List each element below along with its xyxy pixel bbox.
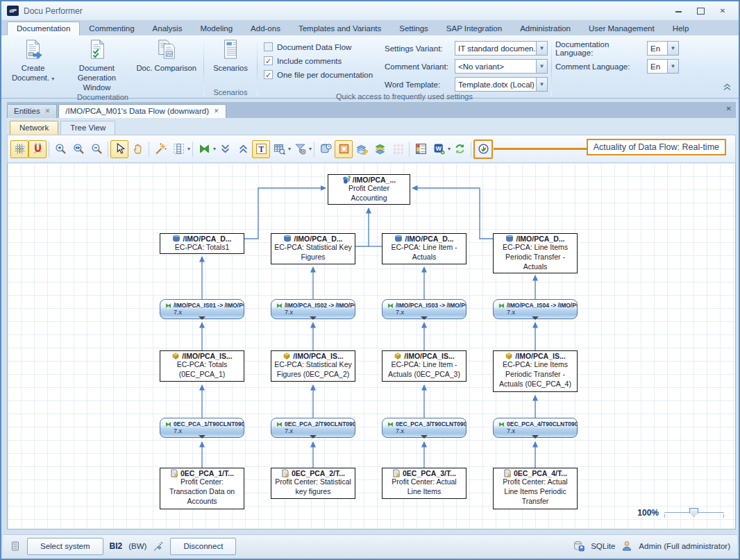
checkbox-one-file-per-documentation[interactable]: ✓ One file per documentation <box>264 70 380 79</box>
diagram-node-transformation[interactable]: /IMO/PCA_IS01 -> /IMO/PCA... 7.x <box>160 299 244 319</box>
show-text-button[interactable]: T <box>252 140 270 158</box>
diagram-node-multiprovider[interactable]: /IMO/PCA_... Profit Center Accounting <box>328 174 410 205</box>
filter-button[interactable] <box>291 140 309 158</box>
ribbon-tab-sap-integration[interactable]: SAP Integration <box>437 22 511 35</box>
chevron-down-icon[interactable]: ▼ <box>537 41 548 56</box>
document-generation-window-button[interactable]: Document Generation Window <box>60 37 133 92</box>
expand-all-button[interactable] <box>216 140 234 158</box>
diagram-node-transformation[interactable]: 0EC_PCA_4/T90CLNT090 -> /I... 7.x <box>493 418 578 438</box>
ribbon-tab-modeling[interactable]: Modeling <box>191 22 242 35</box>
diagram-node-transformation[interactable]: /IMO/PCA_IS04 -> /IMO/PCA... 7.x <box>493 299 578 319</box>
ribbon-tab-documentation[interactable]: Documentation <box>7 22 80 35</box>
ribbon-tab-analysis[interactable]: Analysis <box>144 22 192 35</box>
dataflow-canvas[interactable]: /IMO/PCA_... Profit Center Accounting /I… <box>7 163 736 529</box>
snap-magnet-button[interactable] <box>28 140 47 158</box>
snapshot-button[interactable] <box>317 140 335 158</box>
chevron-down-icon[interactable]: ▼ <box>668 41 679 56</box>
diagram-node-infosource[interactable]: /IMO/PCA_IS... EC-PCA: Line Items Period… <box>493 350 578 392</box>
checkbox-box[interactable] <box>264 42 273 51</box>
word-export-button[interactable]: W <box>430 140 448 158</box>
collapse-handle[interactable] <box>310 316 317 320</box>
checkbox-document-data-flow[interactable]: Document Data Flow <box>264 42 380 51</box>
dropdown-caret-icon[interactable]: ▾ <box>309 146 312 152</box>
zoom-out-button[interactable] <box>87 140 106 158</box>
diagram-node-infoprovider[interactable]: /IMO/PCA_D... EC-PCA: Totals1 <box>160 233 244 254</box>
checkbox-box[interactable]: ✓ <box>264 56 273 65</box>
collapse-handle[interactable] <box>310 435 317 439</box>
legend-button[interactable] <box>412 140 430 158</box>
tab-data-flow[interactable]: /IMO/PCA_M01's Data Flow (downward) ✕ <box>58 104 226 118</box>
zoom-slider-thumb[interactable] <box>689 508 698 517</box>
vertical-layout-button[interactable] <box>169 140 187 158</box>
ribbon-tab-help[interactable]: Help <box>664 22 698 35</box>
collapse-handle[interactable] <box>421 316 428 320</box>
create-document-button[interactable]: Create Document. ▾ <box>6 37 60 83</box>
checkbox-include-comments[interactable]: ✓ Include comments <box>264 56 380 65</box>
close-tab-icon[interactable]: ✕ <box>45 108 51 114</box>
diagram-node-infoprovider[interactable]: /IMO/PCA_D... EC-PCA: Line Item - Actual… <box>382 233 466 264</box>
refresh-button[interactable] <box>451 140 469 158</box>
auto-layout-button[interactable] <box>151 140 169 158</box>
tab-network[interactable]: Network <box>10 121 58 135</box>
collapse-handle[interactable] <box>199 316 205 320</box>
diagram-node-transformation[interactable]: 0EC_PCA_1/T90CLNT090 -> /I... 7.x <box>160 418 244 438</box>
layers-button[interactable] <box>371 140 389 158</box>
snap-grid-button[interactable] <box>10 140 28 158</box>
ribbon-tab-administration[interactable]: Administration <box>511 22 580 35</box>
diagram-node-transformation[interactable]: /IMO/PCA_IS03 -> /IMO/PCA... 7.x <box>382 299 466 319</box>
minimize-button[interactable] <box>672 6 684 16</box>
documentation-language-select[interactable]: En <box>647 41 668 56</box>
collapse-handle[interactable] <box>532 316 539 320</box>
frame-button[interactable] <box>335 140 353 158</box>
diagram-node-transformation[interactable]: 0EC_PCA_2/T90CLNT090 -> /I... 7.x <box>271 418 355 438</box>
diagram-node-infoprovider[interactable]: /IMO/PCA_D... EC-PCA: Line Items Periodi… <box>493 233 578 273</box>
collapse-ribbon-button[interactable] <box>723 81 732 94</box>
doc-comparison-button[interactable]: Doc. Comparison <box>133 37 200 73</box>
comment-variant-select[interactable]: <No variant> <box>455 59 537 74</box>
ribbon-tab-user-management[interactable]: User Management <box>580 22 664 35</box>
pointer-tool-button[interactable] <box>110 140 128 158</box>
diagram-node-datasource[interactable]: 0EC_PCA_1/T... Profit Center: Transactio… <box>160 468 244 509</box>
zoom-custom-button[interactable] <box>69 140 87 158</box>
chevron-down-icon[interactable]: ▼ <box>668 59 679 74</box>
ribbon-tab-addons[interactable]: Add-ons <box>242 22 289 35</box>
ribbon-tab-commenting[interactable]: Commenting <box>80 22 143 35</box>
comment-language-select[interactable]: En <box>647 59 668 74</box>
diagram-node-infosource[interactable]: /IMO/PCA_IS... EC-PCA: Line Item - Actua… <box>382 350 466 382</box>
diagram-node-transformation[interactable]: 0EC_PCA_3/T90CLNT090 -> /I... 7.x <box>382 418 466 438</box>
tab-entities[interactable]: Entities ✕ <box>7 104 57 118</box>
database-label[interactable]: SQLite <box>591 542 615 550</box>
settings-variant-select[interactable]: IT standard documen... <box>455 41 537 56</box>
dropdown-caret-icon[interactable]: ▾ <box>187 146 190 152</box>
disconnect-button[interactable]: Disconnect <box>170 538 236 555</box>
close-button[interactable]: ✕ <box>716 6 729 16</box>
collapse-handle[interactable] <box>199 435 205 439</box>
diagram-node-datasource[interactable]: 0EC_PCA_4/T... Profit Center: Actual Lin… <box>493 468 578 509</box>
scenarios-button[interactable]: Scenarios <box>208 37 253 73</box>
table-view-button[interactable] <box>270 140 288 158</box>
maximize-button[interactable] <box>694 6 707 16</box>
diagram-node-datasource[interactable]: 0EC_PCA_3/T... Profit Center: Actual Lin… <box>382 468 466 499</box>
diagram-node-transformation[interactable]: /IMO/PCA_IS02 -> /IMO/PCA... 7.x <box>271 299 355 319</box>
transformations-button[interactable] <box>195 140 213 158</box>
collapse-all-button[interactable] <box>234 140 252 158</box>
user-label[interactable]: Admin (Full administrator) <box>639 542 730 550</box>
diagram-node-infosource[interactable]: /IMO/PCA_IS... EC-PCA: Statistical Key F… <box>271 350 355 382</box>
diagram-node-infosource[interactable]: /IMO/PCA_IS... EC-PCA: Totals (0EC_PCA_1… <box>160 350 244 382</box>
pan-tool-button[interactable] <box>128 140 146 158</box>
tab-tree-view[interactable]: Tree View <box>60 121 115 135</box>
chevron-down-icon[interactable]: ▼ <box>537 59 548 74</box>
select-system-button[interactable]: Select system <box>27 538 103 555</box>
diagram-node-infoprovider[interactable]: /IMO/PCA_D... EC-PCA: Statistical Key Fi… <box>271 233 355 264</box>
ribbon-tab-templates[interactable]: Templates and Variants <box>289 22 390 35</box>
diagram-node-datasource[interactable]: 0EC_PCA_2/T... Profit Center: Statistica… <box>271 468 355 499</box>
checkbox-box[interactable]: ✓ <box>264 70 273 79</box>
collapse-handle[interactable] <box>421 435 428 439</box>
close-pane-button[interactable]: ✕ <box>726 105 732 112</box>
collapse-handle[interactable] <box>532 435 539 439</box>
ribbon-tab-settings[interactable]: Settings <box>390 22 437 35</box>
chevron-down-icon[interactable]: ▼ <box>537 77 548 92</box>
zoom-slider[interactable] <box>664 508 724 518</box>
actuality-clock-button[interactable] <box>473 139 493 159</box>
word-template-select[interactable]: Template.dotx (Local) <box>455 77 537 92</box>
